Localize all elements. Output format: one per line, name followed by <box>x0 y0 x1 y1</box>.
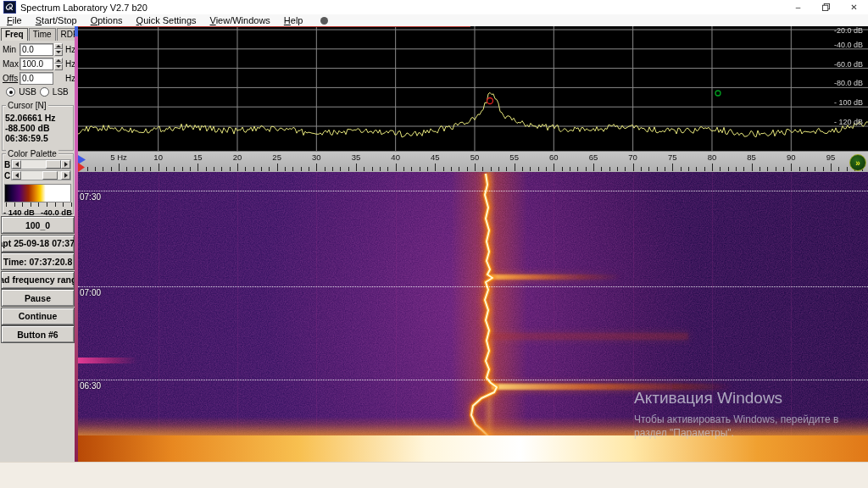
db-label: -20.0 dB <box>834 26 863 35</box>
tab-time[interactable]: Time <box>29 28 56 41</box>
cursor-group-title: Cursor [N] <box>6 101 48 110</box>
freq-tick <box>498 167 499 171</box>
offs-label[interactable]: Offs <box>0 74 19 83</box>
palette-tick <box>55 202 56 207</box>
scroll-left-icon[interactable] <box>12 160 21 169</box>
min-spinner[interactable] <box>54 43 63 56</box>
scroll-right-icon[interactable] <box>61 160 70 169</box>
scroll-right-icon[interactable] <box>61 171 70 180</box>
maximize-button[interactable] <box>812 0 840 14</box>
brightness-scrollbar[interactable] <box>11 159 71 169</box>
freq-tick <box>743 167 744 171</box>
freq-tick <box>182 167 183 171</box>
freq-tick <box>799 167 800 171</box>
freq-tick <box>617 167 618 171</box>
freq-tick <box>641 167 642 171</box>
time-label: 06:30 <box>80 381 101 391</box>
min-label: Min <box>0 45 19 54</box>
menu-item-options[interactable]: Options <box>84 14 130 26</box>
panel-button-3[interactable]: Time: 07:37:20.8 <box>1 252 75 270</box>
freq-tick <box>253 167 254 171</box>
freq-tick <box>752 164 753 171</box>
strong-signal-band <box>78 435 868 462</box>
max-label: Max <box>0 59 19 69</box>
panel-button-2[interactable]: apt 25-09-18 07:37: <box>1 235 75 252</box>
freq-tick <box>625 167 626 171</box>
usb-radio[interactable] <box>6 87 15 97</box>
freq-tick <box>237 164 238 171</box>
freq-tick <box>681 167 682 171</box>
freq-tick <box>538 167 539 171</box>
freq-tick <box>823 167 824 171</box>
minimize-button[interactable]: – <box>784 0 812 14</box>
db-label: - 120 dB <box>834 118 863 126</box>
max-spinner[interactable] <box>54 58 63 70</box>
taskbar: Поиск O (Фото с сайт: www.r3tne. <box>0 462 868 488</box>
freq-tick <box>491 167 492 171</box>
watermark-line3: раздел "Параметры". <box>634 427 838 439</box>
freq-tick <box>704 167 705 171</box>
freq-tick <box>720 167 721 171</box>
freq-tick <box>736 167 737 171</box>
freq-tick <box>95 167 96 171</box>
freq-label: 35 <box>339 152 373 162</box>
freq-tick <box>570 167 570 171</box>
freq-tick <box>119 164 120 171</box>
panel-button-7[interactable]: Button #6 <box>1 325 75 343</box>
max-input[interactable]: 100.0 <box>19 58 53 70</box>
palette-group-title: Color Palette <box>6 149 58 158</box>
freq-tick <box>87 167 88 171</box>
freq-label: 70 <box>616 152 650 162</box>
freq-tick <box>522 167 523 171</box>
ruler-scroll-icon[interactable]: » <box>849 154 866 171</box>
close-button[interactable]: ✕ <box>840 0 868 14</box>
freq-tick <box>815 167 815 171</box>
menu-item-help[interactable]: Help <box>277 14 310 26</box>
freq-tick <box>633 164 634 171</box>
freq-tick <box>135 167 136 171</box>
time-gridline <box>78 380 868 380</box>
tab-freq[interactable]: Freq <box>1 28 28 41</box>
min-input[interactable]: 0.0 <box>19 43 53 56</box>
freq-label: 50 <box>458 152 492 162</box>
panel-button-5[interactable]: Pause <box>1 289 75 307</box>
panel-button-6[interactable]: Continue <box>1 308 75 325</box>
freq-tick <box>807 167 808 171</box>
contrast-thumb[interactable] <box>42 171 58 180</box>
frequency-ruler[interactable]: 5 Hz101520253035404550556065707580859095… <box>78 151 868 173</box>
menu-item-startstop[interactable]: Start/Stop <box>29 14 84 26</box>
contrast-scrollbar[interactable] <box>11 170 71 180</box>
freq-tick <box>546 167 547 171</box>
freq-tick <box>126 167 127 171</box>
time-label: 07:00 <box>80 288 101 297</box>
offs-input[interactable]: 0.0 <box>19 72 53 85</box>
time-gridline <box>78 286 868 287</box>
freq-tick <box>142 167 143 171</box>
freq-tick <box>657 167 658 171</box>
panel-button-1[interactable]: 100_0 <box>1 216 75 234</box>
panel-button-4[interactable]: oad frequency range <box>1 271 75 289</box>
palette-gradient <box>4 184 71 202</box>
palette-tick <box>22 202 23 207</box>
menu-item-file[interactable]: File <box>0 14 29 26</box>
scroll-left-icon[interactable] <box>12 171 21 180</box>
palette-tick <box>14 202 15 207</box>
freq-tick <box>269 167 270 171</box>
menu-item-quicksettings[interactable]: Quick Settings <box>130 14 203 26</box>
lsb-radio[interactable] <box>40 87 49 97</box>
palette-tick <box>71 202 72 207</box>
desktop: Spectrum Laboratory V2.7 b20 – ✕ FileSta… <box>0 0 868 488</box>
brightness-thumb[interactable] <box>46 160 61 169</box>
ruler-cursor-icon <box>78 153 86 172</box>
sideband-radios: USB LSB <box>0 87 75 97</box>
db-label: - 100 dB <box>834 98 863 107</box>
freq-tick <box>325 167 326 171</box>
freq-tick <box>111 167 112 171</box>
offs-row: Offs 0.0 Hz <box>0 71 75 85</box>
freq-tick <box>838 167 839 171</box>
db-label: -40.0 dB <box>834 41 863 49</box>
freq-label: 80 <box>695 152 729 162</box>
freq-tick <box>467 167 468 171</box>
freq-label: 85 <box>735 152 769 162</box>
menu-item-viewwindows[interactable]: View/Windows <box>203 14 277 26</box>
